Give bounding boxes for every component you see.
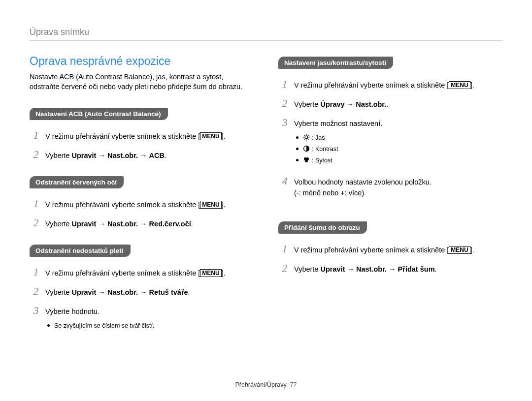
arrow-icon: → xyxy=(347,265,354,273)
step-body: Vyberte Úpravy → Nast.obr.. xyxy=(294,99,502,110)
step: 2 Vyberte Úpravy → Nast.obr.. xyxy=(278,95,502,111)
text: V režimu přehrávání vyberte snímek a sti… xyxy=(45,201,200,209)
pill-acb: Nastavení ACB (Auto Contrast Balance) xyxy=(30,108,168,120)
bold: Přidat šum xyxy=(398,265,435,273)
bold: Retuš tváře xyxy=(149,288,188,296)
svg-line-6 xyxy=(308,139,308,139)
list-item: Se zvyšujícím se číslem se tvář čistí. xyxy=(47,321,254,331)
step-body: Vyberte Upravit → Nast.obr. → ACB. xyxy=(45,151,254,161)
page-header: Úprava snímku xyxy=(30,27,502,41)
bullet-list: Se zvyšujícím se číslem se tvář čistí. xyxy=(47,321,254,331)
list-item: : Kontrast xyxy=(296,145,502,155)
text: V režimu přehrávání vyberte snímek a sti… xyxy=(45,132,200,140)
text: ]. xyxy=(470,81,474,89)
pill-noise: Přidání šumu do obrazu xyxy=(278,221,367,234)
svg-point-0 xyxy=(305,136,308,139)
step-body: V režimu přehrávání vyberte snímek a sti… xyxy=(45,200,254,211)
step-number: 3 xyxy=(278,114,291,130)
arrow-icon: → xyxy=(140,220,147,228)
step: 3 Vyberte možnost nastavení. xyxy=(278,114,502,130)
arrow-icon: → xyxy=(98,220,105,228)
bold: Upravit xyxy=(71,220,96,228)
bold: Upravit xyxy=(320,265,345,273)
text: . xyxy=(191,220,193,228)
bold: Upravit xyxy=(71,288,96,296)
step: 2 Vyberte Upravit → Nast.obr. → ACB. xyxy=(30,146,254,162)
step-number: 2 xyxy=(30,283,42,299)
step-number: 4 xyxy=(278,173,291,189)
step-number: 2 xyxy=(30,146,42,162)
arrow-icon: → xyxy=(140,152,147,159)
text: Vyberte xyxy=(45,288,71,296)
menu-button-label: MENU xyxy=(449,246,470,254)
step-number: 2 xyxy=(30,215,42,231)
menu-button-label: MENU xyxy=(200,132,221,140)
text: : Kontrast xyxy=(312,146,338,153)
step-number: 1 xyxy=(30,264,42,280)
bold: Nast.obr. xyxy=(356,100,386,108)
text: ]. xyxy=(470,246,474,254)
text: V režimu přehrávání vyberte snímek a sti… xyxy=(294,246,449,254)
footer-section: Přehrávání/Úpravy xyxy=(235,381,286,388)
step-body: Vyberte hodnotu. xyxy=(45,307,254,317)
step-body: V režimu přehrávání vyberte snímek a sti… xyxy=(294,245,502,256)
manual-page: Úprava snímku Oprava nesprávné expozice … xyxy=(0,0,532,401)
text: Vyberte xyxy=(45,152,71,159)
arrow-icon: → xyxy=(389,265,396,273)
step-body: Volbou hodnoty nastavte zvolenou položku… xyxy=(294,177,502,199)
step: 2 Vyberte Upravit → Nast.obr. → Přidat š… xyxy=(278,260,502,276)
text: ]. xyxy=(222,201,226,209)
bold: Red.červ.očí xyxy=(149,220,191,228)
step-number: 1 xyxy=(30,195,42,212)
step: 1 V režimu přehrávání vyberte snímek a s… xyxy=(278,241,502,257)
step-body: V režimu přehrávání vyberte snímek a sti… xyxy=(294,80,502,91)
step-body: V režimu přehrávání vyberte snímek a sti… xyxy=(45,131,254,142)
text: : Sytost xyxy=(312,157,332,164)
step-number: 2 xyxy=(278,95,291,111)
step-number: 3 xyxy=(30,302,42,318)
step-number: 1 xyxy=(30,127,42,143)
menu-button-label: MENU xyxy=(449,81,470,89)
step: 2 Vyberte Upravit → Nast.obr. → Retuš tv… xyxy=(30,283,254,299)
bold: Nast.obr. xyxy=(107,152,138,159)
step: 1 V režimu přehrávání vyberte snímek a s… xyxy=(30,195,254,212)
svg-point-12 xyxy=(305,159,308,162)
step-number: 1 xyxy=(278,76,291,92)
svg-line-8 xyxy=(308,135,308,135)
text: (-: méně nebo +: více) xyxy=(294,189,364,197)
svg-line-5 xyxy=(304,135,304,135)
arrow-icon: → xyxy=(140,288,147,296)
step-body: V režimu přehrávání vyberte snímek a sti… xyxy=(45,268,254,279)
text: . xyxy=(386,100,388,108)
text: ]. xyxy=(222,132,226,140)
arrow-icon: → xyxy=(347,100,354,108)
text: V režimu přehrávání vyberte snímek a sti… xyxy=(45,269,200,277)
step: 2 Vyberte Upravit → Nast.obr. → Red.červ… xyxy=(30,215,254,231)
text: Vyberte xyxy=(294,100,320,108)
step-number: 2 xyxy=(278,260,291,276)
bullet-list: : Jas : Kontrast : Sytost xyxy=(296,133,502,166)
list-item: : Sytost xyxy=(296,156,502,166)
saturation-icon xyxy=(303,156,310,166)
step-body: Vyberte Upravit → Nast.obr. → Retuš tvář… xyxy=(45,287,254,298)
step-body: Vyberte Upravit → Nast.obr. → Přidat šum… xyxy=(294,264,502,275)
text: Volbou hodnoty nastavte zvolenou položku… xyxy=(294,178,432,186)
intro-text: Nastavte ACB (Auto Contrast Balance), ja… xyxy=(30,72,254,92)
pill-bcs: Nastavení jasu/kontrastu/sytosti xyxy=(278,57,393,69)
svg-line-7 xyxy=(304,139,304,139)
bold: Nast.obr. xyxy=(356,265,387,273)
pill-skin: Odstranění nedostatků pleti xyxy=(30,245,131,257)
left-column: Oprava nesprávné expozice Nastavte ACB (… xyxy=(30,55,254,337)
section-title: Oprava nesprávné expozice xyxy=(30,55,254,68)
right-column: Nastavení jasu/kontrastu/sytosti 1 V rež… xyxy=(278,55,502,337)
text: ]. xyxy=(222,269,226,277)
step: 3 Vyberte hodnotu. xyxy=(30,302,254,318)
list-item: : Jas xyxy=(296,133,502,144)
step: 1 V režimu přehrávání vyberte snímek a s… xyxy=(30,264,254,280)
text: . xyxy=(188,288,190,296)
arrow-icon: → xyxy=(98,288,105,296)
step: 1 V režimu přehrávání vyberte snímek a s… xyxy=(30,127,254,143)
bold: Nast.obr. xyxy=(107,288,138,296)
bold: Nast.obr. xyxy=(107,220,138,228)
step-number: 1 xyxy=(278,241,291,257)
